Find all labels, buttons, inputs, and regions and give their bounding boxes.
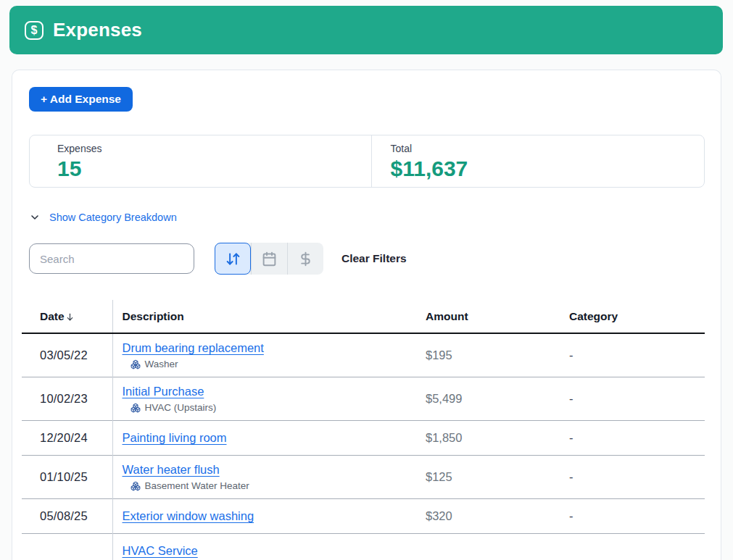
expense-description-link[interactable]: HVAC Service <box>123 544 198 557</box>
filter-toolbar: Clear Filters <box>29 243 705 274</box>
expense-description-link[interactable]: Drum bearing replacement <box>123 341 264 354</box>
expense-date <box>22 534 112 560</box>
boxes-icon <box>131 359 141 369</box>
expense-category: - <box>569 377 705 421</box>
expense-amount: $5,499 <box>402 377 569 421</box>
add-expense-button[interactable]: + Add Expense <box>29 87 133 112</box>
expenses-table: Date Description Amount Category 03/05/2… <box>22 300 705 560</box>
column-header-category[interactable]: Category <box>569 300 705 333</box>
calendar-icon[interactable] <box>251 243 287 275</box>
arrow-down-icon <box>65 312 75 322</box>
expense-date: 12/20/24 <box>22 421 112 456</box>
column-header-date[interactable]: Date <box>22 300 112 333</box>
table-header-row: Date Description Amount Category <box>22 300 705 333</box>
dollar-badge-icon: $ <box>25 21 44 40</box>
expense-description-link[interactable]: Initial Purchase <box>123 385 204 398</box>
boxes-icon <box>131 403 141 413</box>
boxes-icon <box>131 481 141 491</box>
page-title: Expenses <box>53 19 142 41</box>
expense-description-link[interactable]: Water heater flush <box>123 463 220 476</box>
expense-category: - <box>569 456 705 499</box>
expense-asset-label: Washer <box>145 359 178 369</box>
expense-category: - <box>569 499 705 534</box>
stat-expenses-label: Expenses <box>57 143 371 154</box>
stat-expenses-count: Expenses 15 <box>30 135 371 187</box>
expense-asset-label: Basement Water Heater <box>145 480 249 491</box>
expense-date: 01/10/25 <box>22 456 112 499</box>
table-row: 01/10/25 Water heater flush Basement Wat… <box>22 456 705 499</box>
expense-description-link[interactable]: Exterior window washing <box>123 509 254 522</box>
stat-total-label: Total <box>391 143 705 154</box>
expense-amount: $320 <box>402 499 569 534</box>
sort-arrows-icon[interactable] <box>215 243 251 275</box>
table-row: 12/20/24 Painting living room $1,850 - <box>22 421 705 456</box>
expense-description-link[interactable]: Painting living room <box>123 431 227 444</box>
stats-summary: Expenses 15 Total $11,637 <box>29 135 705 188</box>
table-row: 05/08/25 Exterior window washing $320 - <box>22 499 705 534</box>
expenses-card: + Add Expense Expenses 15 Total $11,637 … <box>12 70 721 560</box>
chevron-down-icon <box>29 212 41 223</box>
expense-amount: $195 <box>402 333 569 377</box>
expense-date: 10/02/23 <box>22 377 112 421</box>
table-row: HVAC Service <box>22 534 705 560</box>
expense-amount <box>402 534 569 560</box>
expense-date: 05/08/25 <box>22 499 112 534</box>
expense-asset: HVAC (Upstairs) <box>131 402 403 413</box>
dollar-icon[interactable] <box>287 243 323 275</box>
table-row: 03/05/22 Drum bearing replacement Washer… <box>22 333 705 377</box>
breakdown-toggle-label: Show Category Breakdown <box>49 212 177 223</box>
search-input[interactable] <box>29 243 194 274</box>
expense-date: 03/05/22 <box>22 333 112 377</box>
stat-expenses-value: 15 <box>57 156 371 181</box>
expense-asset: Basement Water Heater <box>131 480 403 491</box>
category-breakdown-toggle[interactable]: Show Category Breakdown <box>29 212 705 223</box>
clear-filters-button[interactable]: Clear Filters <box>341 252 407 265</box>
stat-total-value: $11,637 <box>391 156 705 181</box>
table-row: 10/02/23 Initial Purchase HVAC (Upstairs… <box>22 377 705 421</box>
expense-category: - <box>569 333 705 377</box>
expense-category <box>569 534 705 560</box>
expense-amount: $125 <box>402 456 569 499</box>
expenses-header: $ Expenses <box>9 6 723 54</box>
column-header-description[interactable]: Description <box>112 300 402 333</box>
stat-total: Total $11,637 <box>371 135 705 187</box>
filter-button-group <box>215 243 323 275</box>
expense-amount: $1,850 <box>402 421 569 456</box>
expense-asset: Washer <box>131 359 403 369</box>
column-header-amount[interactable]: Amount <box>402 300 569 333</box>
expense-category: - <box>569 421 705 456</box>
expense-asset-label: HVAC (Upstairs) <box>145 402 217 413</box>
